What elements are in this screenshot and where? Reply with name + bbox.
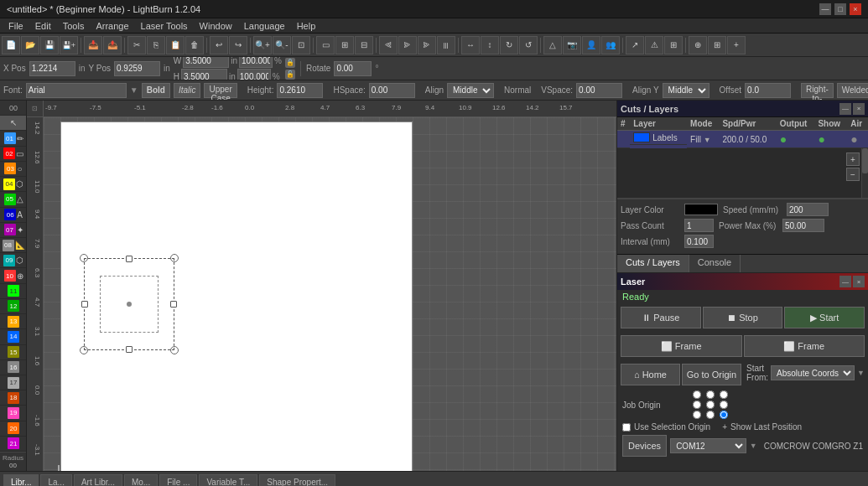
scale-handle-r[interactable] bbox=[170, 301, 177, 308]
font-height-input[interactable] bbox=[277, 83, 323, 98]
tab-cuts-layers[interactable]: Cuts / Layers bbox=[617, 255, 689, 272]
tool-14[interactable]: 14 bbox=[0, 329, 27, 344]
camera-button[interactable]: 📷 bbox=[563, 36, 581, 54]
snap-button[interactable]: ⊕ bbox=[689, 36, 707, 54]
redo-button[interactable]: ↪ bbox=[229, 36, 247, 54]
flip-v-button[interactable]: ↕ bbox=[481, 36, 499, 54]
zoom-in-button[interactable]: 🔍+ bbox=[253, 36, 272, 54]
start-button[interactable]: ▶ Start bbox=[784, 307, 865, 328]
save-as-button[interactable]: 💾+ bbox=[60, 36, 78, 54]
job-origin-tr[interactable] bbox=[720, 390, 728, 399]
use-selection-origin-check[interactable] bbox=[622, 423, 631, 432]
laser-minimize-button[interactable]: — bbox=[839, 276, 851, 287]
xpos-input[interactable] bbox=[29, 61, 75, 76]
group-button[interactable]: ⊞ bbox=[335, 36, 354, 54]
warning-button[interactable]: ⚠ bbox=[645, 36, 663, 54]
zoom-fit-button[interactable]: ⊡ bbox=[292, 36, 310, 54]
tool-20[interactable]: 20 bbox=[0, 421, 27, 437]
menu-file[interactable]: File bbox=[3, 20, 29, 32]
cuts-layers-close[interactable]: × bbox=[853, 103, 865, 115]
pause-button[interactable]: ⏸ Pause bbox=[621, 307, 701, 328]
job-origin-bl[interactable] bbox=[693, 411, 701, 419]
save-button[interactable]: 💾 bbox=[40, 36, 59, 54]
tool-draw[interactable]: 01 ✏ bbox=[0, 131, 27, 146]
tool-boolean[interactable]: 10 ⊕ bbox=[0, 268, 27, 283]
tool-18[interactable]: 18 bbox=[0, 390, 27, 406]
job-origin-mc[interactable] bbox=[706, 401, 715, 409]
height-pct-input[interactable] bbox=[237, 69, 271, 80]
job-origin-mr[interactable] bbox=[720, 401, 728, 409]
lock-icon[interactable]: 🔒 bbox=[285, 58, 295, 68]
job-origin-br[interactable] bbox=[720, 411, 728, 419]
layer-output[interactable]: ● bbox=[777, 131, 815, 148]
origin-button[interactable]: + bbox=[727, 36, 746, 54]
unlock-icon[interactable]: 🔓 bbox=[285, 70, 295, 80]
layer-name[interactable]: Labels bbox=[630, 131, 687, 145]
tool-measure[interactable]: 08 📐 bbox=[0, 238, 27, 253]
tool-rect[interactable]: 02 ▭ bbox=[0, 147, 27, 162]
window-controls[interactable]: — □ × bbox=[819, 3, 861, 15]
tool-17[interactable]: 17 bbox=[0, 375, 27, 390]
width-pct-input[interactable] bbox=[239, 57, 273, 68]
offset-input[interactable] bbox=[745, 83, 791, 98]
rotate-handle-br[interactable] bbox=[170, 346, 179, 354]
speed-input[interactable] bbox=[787, 203, 829, 216]
tool-13[interactable]: 13 bbox=[0, 314, 27, 329]
layers-scrollbar[interactable] bbox=[861, 148, 868, 198]
stop-button[interactable]: ⏹ Stop bbox=[703, 307, 783, 328]
rotate-cw-button[interactable]: ↻ bbox=[500, 36, 518, 54]
menu-arrange[interactable]: Arrange bbox=[91, 20, 133, 32]
select-button[interactable]: ▭ bbox=[316, 36, 335, 54]
go-to-origin-button[interactable]: Go to Origin bbox=[682, 364, 741, 385]
rotate-handle-tr[interactable] bbox=[170, 254, 179, 262]
bottom-tab-file[interactable]: File ... bbox=[159, 474, 197, 486]
align-y-select[interactable]: Middle bbox=[663, 83, 709, 98]
tool-16[interactable]: 16 bbox=[0, 360, 27, 375]
cuts-layers-minimize[interactable]: — bbox=[839, 103, 851, 115]
align-right-button[interactable]: ⫸ bbox=[398, 36, 417, 54]
tool-zoom[interactable]: 00 bbox=[0, 101, 27, 116]
trace-button[interactable]: △ bbox=[543, 36, 562, 54]
distribute-h-button[interactable]: ⫼ bbox=[437, 36, 455, 54]
devices-select[interactable]: COM12 bbox=[670, 438, 746, 453]
close-button[interactable]: × bbox=[850, 3, 861, 15]
pass-count-input[interactable] bbox=[684, 219, 714, 232]
tool-polygon[interactable]: 04 ⬡ bbox=[0, 177, 27, 192]
align-top-button[interactable]: ⫸ bbox=[418, 36, 436, 54]
layer-color-picker[interactable] bbox=[684, 204, 718, 215]
tool-19[interactable]: 19 bbox=[0, 406, 27, 421]
output-toggle[interactable]: ● bbox=[780, 132, 787, 146]
person2-button[interactable]: 👥 bbox=[601, 36, 620, 54]
mode-dropdown-arrow[interactable]: ▼ bbox=[704, 136, 711, 144]
tool-text[interactable]: 06 A bbox=[0, 208, 27, 223]
laser-pointer-button[interactable]: ↗ bbox=[626, 36, 644, 54]
font-dropdown-arrow[interactable]: ▼ bbox=[130, 85, 138, 95]
rotate-handle-tl[interactable] bbox=[80, 254, 88, 262]
height-input[interactable] bbox=[181, 69, 227, 80]
bottom-tab-mo[interactable]: Mo... bbox=[124, 474, 158, 486]
bottom-tab-art-libr[interactable]: Art Libr... bbox=[74, 474, 122, 486]
uppercase-button[interactable]: Upper Case bbox=[204, 83, 236, 98]
show-toggle[interactable]: ● bbox=[818, 132, 824, 146]
add-layer-button[interactable]: + bbox=[846, 153, 860, 166]
canvas[interactable] bbox=[44, 117, 616, 471]
start-from-select[interactable]: Absolute Coords bbox=[771, 365, 855, 380]
welded-button[interactable]: Welded bbox=[837, 83, 868, 98]
menu-laser-tools[interactable]: Laser Tools bbox=[136, 20, 193, 32]
copy-button[interactable]: ⎘ bbox=[147, 36, 165, 54]
ypos-input[interactable] bbox=[114, 61, 160, 76]
tool-15[interactable]: 15 bbox=[0, 345, 27, 360]
export-button[interactable]: 📤 bbox=[103, 36, 122, 54]
person1-button[interactable]: 👤 bbox=[582, 36, 600, 54]
maximize-button[interactable]: □ bbox=[834, 3, 846, 15]
layer-row-labels[interactable]: Labels Fill ▼ 200.0 / 50.0 ● ● bbox=[617, 131, 868, 148]
bottom-tab-variable-t[interactable]: Variable T... bbox=[199, 474, 257, 486]
cut-button[interactable]: ✂ bbox=[127, 36, 146, 54]
italic-button[interactable]: Italic bbox=[174, 83, 201, 98]
tab-console[interactable]: Console bbox=[689, 255, 741, 272]
air-toggle[interactable]: ● bbox=[850, 132, 857, 146]
home-button[interactable]: ⌂ Home bbox=[621, 364, 680, 385]
menu-language[interactable]: Language bbox=[239, 20, 290, 32]
import-button[interactable]: 📥 bbox=[84, 36, 102, 54]
layer-show[interactable]: ● bbox=[814, 131, 847, 148]
